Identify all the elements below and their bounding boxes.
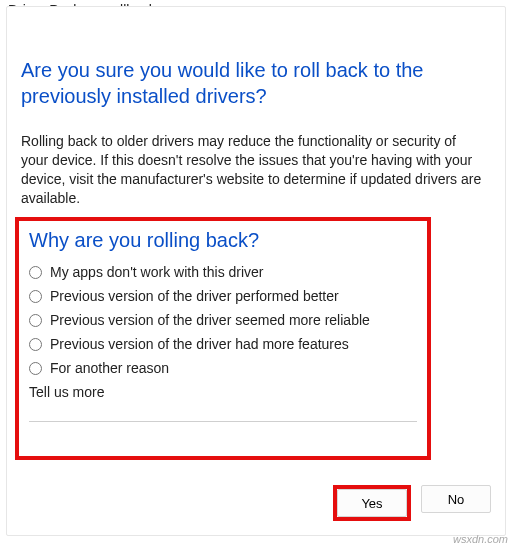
reason-option-more-features[interactable]: Previous version of the driver had more … [29, 336, 417, 352]
reason-heading: Why are you rolling back? [29, 229, 417, 252]
reason-radio[interactable] [29, 266, 42, 279]
tell-us-more-label: Tell us more [29, 384, 417, 400]
tell-us-more-input[interactable] [29, 402, 417, 422]
reason-section: Why are you rolling back? My apps don't … [15, 217, 431, 460]
reason-radio[interactable] [29, 338, 42, 351]
reason-option-more-reliable[interactable]: Previous version of the driver seemed mo… [29, 312, 417, 328]
reason-option-label: Previous version of the driver had more … [50, 336, 349, 352]
reason-option-label: Previous version of the driver performed… [50, 288, 339, 304]
reason-option-label: Previous version of the driver seemed mo… [50, 312, 370, 328]
watermark: wsxdn.com [453, 533, 508, 545]
reason-option-label: My apps don't work with this driver [50, 264, 264, 280]
reason-radio[interactable] [29, 290, 42, 303]
confirm-heading: Are you sure you would like to roll back… [21, 57, 485, 109]
reason-option-performed-better[interactable]: Previous version of the driver performed… [29, 288, 417, 304]
reason-option-label: For another reason [50, 360, 169, 376]
reason-option-apps[interactable]: My apps don't work with this driver [29, 264, 417, 280]
reason-radio[interactable] [29, 314, 42, 327]
reason-option-another[interactable]: For another reason [29, 360, 417, 376]
info-text: Rolling back to older drivers may reduce… [21, 132, 485, 208]
yes-button[interactable]: Yes [337, 489, 407, 517]
button-row: Yes No [333, 485, 491, 521]
no-button[interactable]: No [421, 485, 491, 513]
reason-radio[interactable] [29, 362, 42, 375]
yes-highlight: Yes [333, 485, 411, 521]
dialog-panel: Are you sure you would like to roll back… [6, 6, 506, 536]
